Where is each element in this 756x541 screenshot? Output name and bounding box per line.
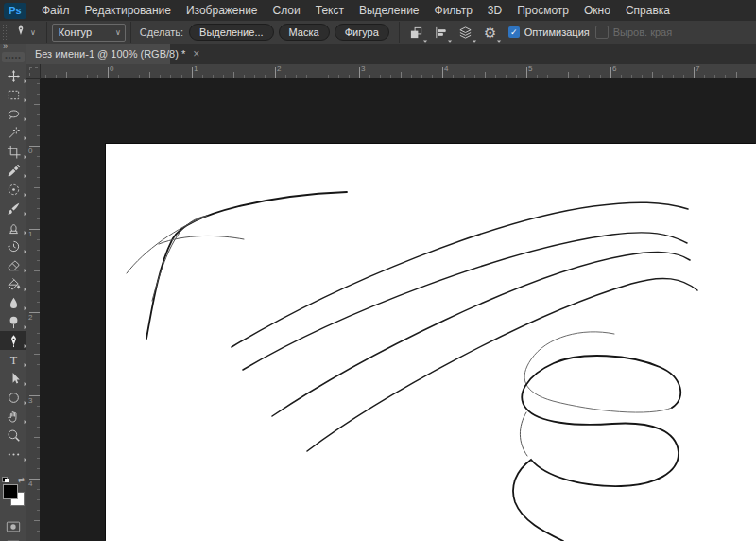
tool-lasso[interactable] bbox=[0, 104, 26, 123]
tools-panel-header: » ••••• bbox=[0, 44, 26, 64]
stroke-fan-curve-3 bbox=[272, 253, 690, 416]
make-shape-button[interactable]: Фигура bbox=[335, 24, 389, 41]
menu-image[interactable]: Изображение bbox=[179, 0, 266, 21]
menu-file[interactable]: Файл bbox=[34, 0, 77, 21]
svg-text:T: T bbox=[9, 353, 17, 366]
stroke-fan-curve-4 bbox=[307, 278, 697, 451]
tool-clone-stamp[interactable] bbox=[0, 218, 26, 236]
tool-spot-healing[interactable] bbox=[0, 180, 26, 199]
ruler-label: 7 bbox=[696, 65, 699, 73]
ruler-label: 5 bbox=[528, 65, 532, 73]
pen-settings-button[interactable]: ⚙ bbox=[479, 23, 502, 42]
stroke-fan-curve-1 bbox=[232, 202, 688, 347]
make-selection-button[interactable]: Выделение... bbox=[189, 24, 273, 41]
align-edges-checkbox bbox=[595, 26, 609, 39]
default-colors-icon[interactable] bbox=[2, 477, 9, 482]
stroke-arc-thin-left bbox=[127, 216, 207, 273]
tool-dodge[interactable] bbox=[0, 312, 26, 331]
align-edges-checkbox-row: Выров. края bbox=[595, 26, 672, 39]
document-title: Без имени-1 @ 100% (RGB/8) * bbox=[35, 48, 185, 60]
foreground-color-swatch[interactable] bbox=[3, 484, 18, 499]
tool-path-selection[interactable] bbox=[0, 369, 26, 388]
document-canvas[interactable] bbox=[106, 144, 756, 541]
ruler-label: 1 bbox=[194, 65, 198, 73]
ruler-label: 0 bbox=[28, 148, 32, 155]
chevron-down-icon: ∨ bbox=[115, 28, 121, 37]
swap-colors-icon[interactable]: ⇄ bbox=[18, 476, 25, 484]
horizontal-ruler: 0 1 2 3 4 5 6 7 bbox=[26, 64, 756, 78]
separator bbox=[399, 22, 400, 43]
document-tab-bar: Без имени-1 @ 100% (RGB/8) * × bbox=[26, 44, 756, 64]
pasteboard bbox=[40, 78, 756, 541]
tool-history-brush[interactable] bbox=[0, 236, 26, 255]
document-tab[interactable]: Без имени-1 @ 100% (RGB/8) * × bbox=[26, 44, 170, 64]
optimize-checkbox-row[interactable]: ✓ Оптимизация bbox=[508, 26, 590, 38]
stroke-loop-main bbox=[513, 356, 680, 541]
pen-tool-icon bbox=[14, 24, 27, 41]
menu-help[interactable]: Справка bbox=[618, 0, 678, 21]
menu-bar: Ps Файл Редактирование Изображение Слои … bbox=[0, 0, 756, 22]
tool-hand[interactable] bbox=[0, 407, 26, 426]
tool-paint-bucket[interactable] bbox=[0, 274, 26, 293]
menu-layers[interactable]: Слои bbox=[266, 0, 308, 21]
menu-edit[interactable]: Редактирование bbox=[77, 0, 179, 21]
tool-blur[interactable] bbox=[0, 293, 26, 312]
separator bbox=[46, 22, 47, 43]
tool-rectangular-marquee[interactable] bbox=[0, 85, 26, 104]
ruler-label: 4 bbox=[28, 480, 32, 488]
tool-type[interactable]: T bbox=[0, 350, 26, 369]
menu-select[interactable]: Выделение bbox=[352, 0, 427, 21]
optimize-label: Оптимизация bbox=[524, 26, 590, 38]
photoshop-logo: Ps bbox=[4, 3, 26, 19]
chevron-down-icon: ∨ bbox=[30, 28, 36, 37]
align-edges-label: Выров. края bbox=[613, 26, 672, 38]
path-arrangement-button[interactable] bbox=[455, 23, 477, 42]
screen-mode-button[interactable] bbox=[0, 537, 26, 541]
ruler-label: 4 bbox=[444, 65, 448, 73]
ruler-label: 6 bbox=[612, 65, 616, 73]
menu-type[interactable]: Текст bbox=[308, 0, 352, 21]
vertical-ruler: 0 1 2 3 4 bbox=[26, 78, 40, 541]
gear-icon: ⚙ bbox=[484, 26, 496, 40]
tool-move[interactable] bbox=[0, 66, 26, 85]
tool-crop[interactable] bbox=[0, 142, 26, 161]
tools-panel: » ••••• bbox=[0, 44, 26, 541]
stroke-loop-entry bbox=[524, 332, 672, 412]
path-alignment-button[interactable] bbox=[430, 23, 453, 42]
ruler-label: 0 bbox=[110, 65, 113, 73]
stroke-arc-thick bbox=[146, 192, 347, 339]
make-mask-button[interactable]: Маска bbox=[279, 24, 330, 41]
optimize-checkbox[interactable]: ✓ bbox=[508, 26, 520, 38]
photoshop-window: Ps Файл Редактирование Изображение Слои … bbox=[0, 0, 756, 541]
tool-mode-dropdown[interactable]: Контур ∨ bbox=[52, 24, 126, 42]
menu-filter[interactable]: Фильтр bbox=[427, 0, 480, 21]
menu-window[interactable]: Окно bbox=[576, 0, 618, 21]
tool-ellipse-shape[interactable] bbox=[0, 388, 26, 407]
menu-view[interactable]: Просмотр bbox=[509, 0, 576, 21]
separator bbox=[130, 22, 131, 43]
tool-eraser[interactable] bbox=[0, 255, 26, 274]
tool-eyedropper[interactable] bbox=[0, 161, 26, 180]
tool-preset-picker[interactable]: ∨ bbox=[10, 24, 42, 41]
ruler-origin-corner bbox=[26, 64, 41, 79]
tool-brush[interactable] bbox=[0, 199, 26, 218]
close-tab-icon[interactable]: × bbox=[193, 49, 199, 59]
tool-magic-wand[interactable] bbox=[0, 123, 26, 142]
edit-toolbar-button[interactable] bbox=[0, 445, 26, 463]
make-label: Сделать: bbox=[140, 26, 183, 38]
stroke-fan-curve-2 bbox=[243, 233, 687, 370]
menu-items: Файл Редактирование Изображение Слои Тек… bbox=[34, 0, 678, 21]
tools-panel-grip[interactable]: ••••• bbox=[2, 52, 25, 62]
canvas-drawing bbox=[106, 144, 756, 541]
ruler-label: 1 bbox=[28, 231, 32, 238]
ruler-label: 3 bbox=[361, 65, 365, 73]
quick-mask-button[interactable] bbox=[0, 518, 26, 535]
path-operations-button[interactable] bbox=[405, 23, 428, 42]
tool-zoom[interactable] bbox=[0, 426, 26, 445]
tool-mode-value: Контур bbox=[59, 26, 92, 38]
tool-pen[interactable] bbox=[0, 331, 26, 350]
menu-3d[interactable]: 3D bbox=[480, 0, 509, 21]
ruler-label: 2 bbox=[28, 314, 32, 322]
stroke-loop-closure bbox=[520, 412, 527, 456]
options-bar-grip[interactable] bbox=[3, 25, 7, 40]
